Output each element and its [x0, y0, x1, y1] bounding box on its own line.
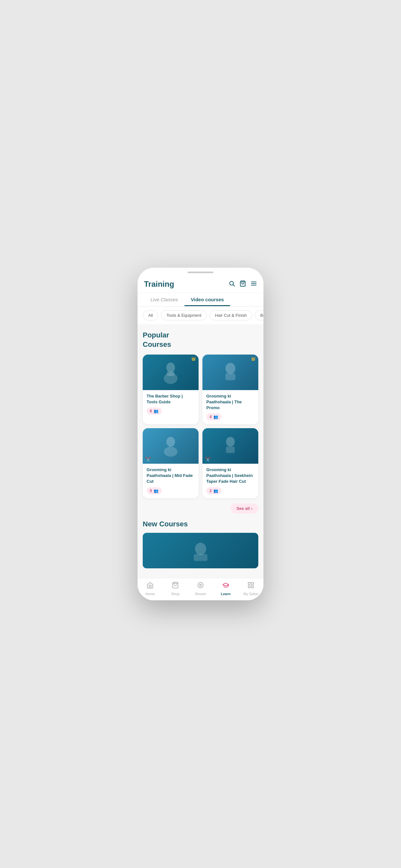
- filter-bar: All Tools & Equipment Hair Cut & Finish …: [137, 306, 264, 324]
- course-title-3: Grooming ki Paathshaala | Mid Fade Cut: [147, 467, 195, 485]
- scissors-icon-3: ✂️: [145, 457, 151, 462]
- home-label: Home: [145, 592, 155, 596]
- filter-all[interactable]: All: [143, 310, 158, 320]
- cart-icon[interactable]: [240, 280, 246, 288]
- svg-point-15: [195, 543, 206, 555]
- popular-courses-section: PopularCourses 👑: [137, 324, 264, 498]
- filter-tools[interactable]: Tools & Equipment: [161, 310, 207, 320]
- course-card-3[interactable]: ✂️ Grooming ki Paathshaala | Mid Fade Cu…: [143, 428, 198, 498]
- svg-rect-16: [194, 554, 207, 561]
- tab-live-classes[interactable]: Live Classes: [144, 293, 184, 306]
- courses-grid: 👑 The Barber Shop | Tools Guide 6 👥: [143, 354, 258, 498]
- svg-rect-22: [251, 585, 253, 587]
- svg-rect-23: [248, 585, 250, 587]
- svg-point-11: [166, 437, 175, 446]
- crown-icon-2: 👑: [251, 356, 256, 361]
- new-courses-title: New Courses: [143, 520, 258, 528]
- new-course-thumb-1[interactable]: [143, 533, 258, 568]
- popular-courses-title: PopularCourses: [143, 331, 258, 349]
- see-all-container: See all ›: [137, 498, 264, 514]
- svg-rect-20: [248, 582, 250, 584]
- svg-rect-14: [226, 446, 235, 453]
- main-content: PopularCourses 👑: [137, 324, 264, 578]
- course-thumb-3: ✂️: [143, 428, 198, 464]
- course-students-1: 6 👥: [147, 407, 162, 414]
- new-courses-section: New Courses: [137, 514, 264, 571]
- learn-label: Learn: [221, 592, 230, 596]
- svg-point-6: [166, 363, 175, 373]
- svg-point-9: [225, 363, 235, 374]
- stream-label: Stream: [195, 592, 206, 596]
- course-thumb-4: ✂️: [203, 428, 258, 464]
- see-all-button[interactable]: See all ›: [230, 503, 258, 514]
- shop-label: Shop: [171, 592, 180, 596]
- header-icons: [228, 280, 257, 288]
- shop-icon: [172, 582, 179, 591]
- course-card-4[interactable]: ✂️ Grooming ki Paathshaala | Seekhein Ta…: [203, 428, 258, 498]
- course-info-2: Grooming ki Paathshaala | The Promo 4 👥: [203, 390, 258, 425]
- phone-frame: Training: [137, 268, 264, 600]
- course-card-2[interactable]: 👑 Grooming ki Paathshaala | The Promo 4 …: [203, 354, 258, 425]
- svg-point-18: [198, 582, 204, 588]
- course-students-2: 4 👥: [206, 413, 221, 421]
- nav-shop[interactable]: Shop: [166, 582, 184, 596]
- course-students-3: 5 👥: [147, 487, 162, 494]
- mysalon-label: My Salon: [243, 592, 258, 596]
- svg-rect-21: [251, 582, 253, 584]
- phone-notch: [137, 268, 264, 275]
- stream-icon: [197, 582, 204, 591]
- course-info-4: Grooming ki Paathshaala | Seekhein Taper…: [203, 464, 258, 498]
- tabs-container: Live Classes Video courses: [137, 293, 264, 306]
- mysalon-icon: [247, 582, 254, 591]
- learn-icon: [222, 582, 229, 591]
- header: Training: [137, 275, 264, 293]
- course-title-1: The Barber Shop | Tools Guide: [147, 393, 195, 405]
- course-info-1: The Barber Shop | Tools Guide 6 👥: [143, 390, 198, 418]
- course-thumb-1: 👑: [143, 354, 198, 390]
- course-title-4: Grooming ki Paathshaala | Seekhein Taper…: [206, 467, 254, 485]
- svg-rect-10: [225, 373, 235, 380]
- nav-learn[interactable]: Learn: [217, 582, 235, 596]
- phone-screen: Training: [137, 275, 264, 600]
- svg-line-1: [233, 285, 235, 286]
- svg-rect-8: [167, 372, 174, 376]
- crown-icon-1: 👑: [191, 356, 196, 361]
- bottom-nav: Home Shop: [137, 578, 264, 600]
- scissors-icon-4: ✂️: [205, 457, 211, 462]
- home-icon: [147, 582, 154, 591]
- menu-icon[interactable]: [251, 280, 257, 288]
- svg-point-13: [226, 437, 235, 446]
- course-thumb-2: 👑: [203, 354, 258, 390]
- filter-beard[interactable]: Beard: [255, 310, 264, 320]
- course-title-2: Grooming ki Paathshaala | The Promo: [206, 393, 254, 411]
- svg-point-19: [199, 584, 202, 586]
- nav-stream[interactable]: Stream: [192, 582, 210, 596]
- phone-pill: [188, 272, 213, 273]
- course-card-1[interactable]: 👑 The Barber Shop | Tools Guide 6 👥: [143, 354, 198, 425]
- svg-point-12: [164, 446, 177, 457]
- nav-mysalon[interactable]: My Salon: [242, 582, 260, 596]
- search-icon[interactable]: [228, 280, 235, 288]
- filter-haircut[interactable]: Hair Cut & Finish: [210, 310, 252, 320]
- chevron-right-icon: ›: [251, 506, 252, 511]
- nav-home[interactable]: Home: [142, 582, 159, 596]
- page-title: Training: [144, 280, 174, 289]
- tab-video-courses[interactable]: Video courses: [184, 293, 230, 306]
- course-info-3: Grooming ki Paathshaala | Mid Fade Cut 5…: [143, 464, 198, 498]
- course-students-4: 2 👥: [206, 487, 221, 494]
